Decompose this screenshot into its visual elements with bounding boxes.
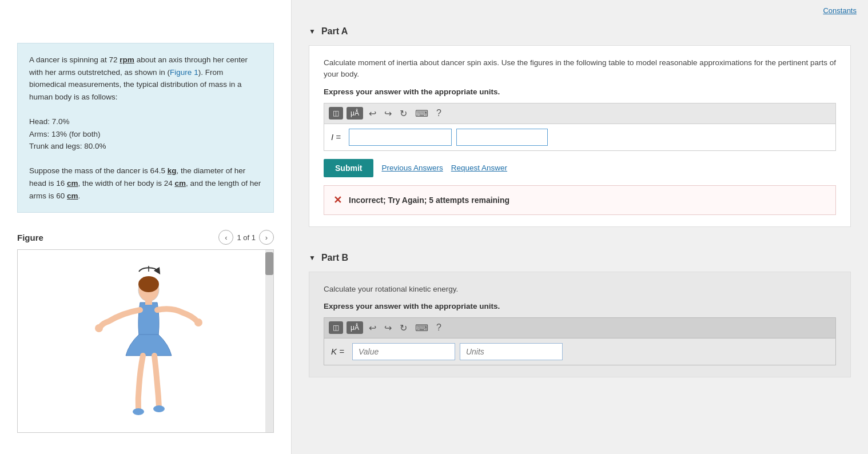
grid-btn-b[interactable]: ◫ — [329, 321, 343, 334]
svg-point-1 — [138, 276, 159, 292]
arms-percent: Arms: 13% (for both) — [29, 128, 262, 141]
part-b-title: Part B — [321, 253, 348, 263]
help-btn-b[interactable]: ? — [434, 321, 444, 334]
part-a-feedback-text: Incorrect; Try Again; 5 attempts remaini… — [349, 196, 509, 205]
refresh-btn-b[interactable]: ↻ — [397, 321, 409, 334]
part-a-description: Calculate moment of inertia about dancer… — [324, 57, 836, 81]
part-a-feedback-box: ✕ Incorrect; Try Again; 5 attempts remai… — [324, 185, 836, 215]
part-a-submit-btn[interactable]: Submit — [324, 159, 373, 177]
keyboard-btn-b[interactable]: ⌨ — [413, 321, 431, 334]
part-b-input-label: K = — [331, 347, 344, 356]
right-panel: Constants ▼ Part A Calculate moment of i… — [292, 0, 868, 454]
grid-btn-a[interactable]: ◫ — [329, 107, 343, 120]
cm-unit1: cm — [67, 179, 78, 188]
part-b-units-input[interactable] — [460, 343, 563, 360]
mu-btn-a[interactable]: μÅ — [347, 107, 363, 120]
x-icon-a: ✕ — [333, 194, 342, 206]
svg-point-3 — [95, 324, 103, 332]
part-a-units-input[interactable] — [456, 129, 548, 146]
part-a-previous-answers-btn[interactable]: Previous Answers — [381, 164, 443, 172]
prev-figure-btn[interactable]: ‹ — [218, 230, 233, 245]
part-b-express-label: Express your answer with the appropriate… — [324, 302, 836, 310]
part-b-input-row: K = — [324, 338, 836, 365]
mu-icon-a: μÅ — [351, 109, 359, 117]
cm-unit3: cm — [67, 192, 78, 200]
part-a-title: Part A — [321, 26, 348, 37]
grid-icon-b: ◫ — [333, 324, 339, 332]
part-a-express-label: Express your answer with the appropriate… — [324, 87, 836, 96]
constants-link[interactable]: Constants — [823, 6, 857, 15]
part-a-toolbar: ◫ μÅ ↩ ↪ ↻ ⌨ ? — [324, 103, 836, 124]
part-b-section: ▼ Part B Calculate your rotational kinet… — [292, 244, 868, 389]
redo-btn-b[interactable]: ↪ — [382, 321, 394, 334]
part-a-collapse-arrow[interactable]: ▼ — [309, 27, 316, 35]
figure-header: Figure ‹ 1 of 1 › — [17, 230, 274, 250]
grid-icon-a: ◫ — [333, 109, 339, 117]
part-b-description: Calculate your rotational kinetic energy… — [324, 284, 836, 295]
dancer-svg — [83, 256, 209, 427]
part-b-collapse-arrow[interactable]: ▼ — [309, 254, 316, 262]
keyboard-btn-a[interactable]: ⌨ — [413, 107, 431, 120]
mu-icon-b: μÅ — [351, 324, 359, 332]
part-a-header: ▼ Part A — [309, 26, 851, 37]
part-a-value-input[interactable] — [349, 129, 452, 146]
part-a-action-row: Submit Previous Answers Request Answer — [324, 159, 836, 177]
mu-btn-b[interactable]: μÅ — [347, 321, 363, 334]
figure-title: Figure — [17, 233, 43, 242]
svg-point-4 — [194, 318, 202, 326]
cm-unit2: cm — [174, 179, 186, 188]
undo-btn-b[interactable]: ↩ — [367, 321, 379, 334]
svg-point-5 — [133, 408, 144, 415]
kg-unit: kg — [168, 166, 177, 175]
left-panel: A dancer is spinning at 72 rpm about an … — [0, 0, 292, 454]
figure-link[interactable]: Figure 1 — [170, 68, 198, 77]
svg-point-6 — [153, 405, 165, 412]
part-a-content: Calculate moment of inertia about dancer… — [309, 45, 851, 227]
figure-section: Figure ‹ 1 of 1 › — [17, 230, 274, 433]
problem-text-box: A dancer is spinning at 72 rpm about an … — [17, 43, 274, 213]
refresh-btn-a[interactable]: ↻ — [397, 107, 409, 120]
undo-btn-a[interactable]: ↩ — [367, 107, 379, 120]
redo-btn-a[interactable]: ↪ — [382, 107, 394, 120]
part-b-header: ▼ Part B — [309, 253, 851, 263]
part-a-request-answer-btn[interactable]: Request Answer — [451, 164, 507, 172]
help-btn-a[interactable]: ? — [434, 107, 444, 120]
part-b-value-input[interactable] — [352, 343, 455, 360]
scrollbar-track — [265, 250, 273, 432]
rpm-text: rpm — [120, 55, 134, 64]
part-b-content: Calculate your rotational kinetic energy… — [309, 272, 851, 377]
scrollbar-thumb[interactable] — [265, 252, 273, 275]
problem-line1: A dancer is spinning at 72 rpm about an … — [29, 54, 262, 103]
trunk-percent: Trunk and legs: 80.0% — [29, 140, 262, 153]
svg-rect-7 — [145, 300, 152, 305]
part-a-section: ▼ Part A Calculate moment of inertia abo… — [292, 18, 868, 238]
figure-count: 1 of 1 — [237, 233, 256, 242]
constants-link-area: Constants — [292, 0, 868, 18]
problem-line7: Suppose the mass of the dancer is 64.5 k… — [29, 165, 262, 202]
figure-nav: ‹ 1 of 1 › — [218, 230, 274, 245]
part-b-toolbar: ◫ μÅ ↩ ↪ ↻ ⌨ ? — [324, 317, 836, 338]
figure-image-area — [17, 250, 274, 433]
head-percent: Head: 7.0% — [29, 116, 262, 128]
part-a-input-row: I = — [324, 124, 836, 151]
next-figure-btn[interactable]: › — [259, 230, 274, 245]
part-a-input-label: I = — [331, 132, 341, 142]
